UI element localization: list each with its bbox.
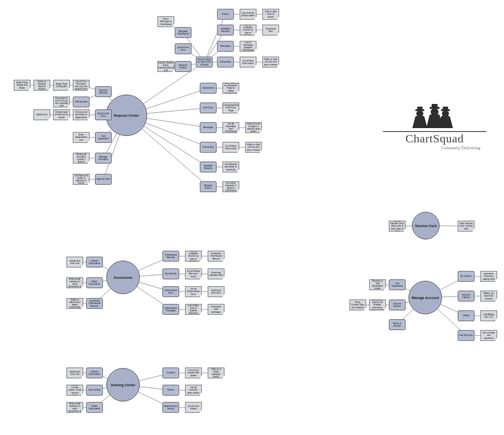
request-sorted-child-rr_accounting: Accounting: [217, 57, 234, 67]
svg-rect-100: [417, 106, 423, 110]
request-note-rn_if_prov: If provider is not in list you can manua…: [53, 97, 70, 107]
manage-out-mo_options-desc: username, timezone, paging style: [480, 271, 497, 282]
request-note-rn_upload_doc: Upload doc: [33, 109, 50, 120]
svg-rect-97: [432, 104, 438, 108]
request-in-ri_manage_providers: Manage Providers: [95, 153, 112, 164]
manage-out-mo_wallet-desc: Add Billing Info / CC: [480, 310, 497, 321]
sharing-out-so_contacts-desc: List of your contact with delete: [185, 368, 202, 378]
sharing-in-si_contact: Add Contact: [86, 385, 103, 396]
sharing-out-so_history: Share Access History: [162, 402, 179, 413]
request-note-rn_enter_dep: Enter Dependent's info: [73, 132, 90, 143]
sharing-out-so_contacts: Contacts: [162, 368, 179, 378]
documents-out-do_authpkg: Authorization Packages: [162, 304, 179, 315]
request-in-ri_submit_auth: Submit Auth Docs: [95, 109, 112, 120]
manage-out-mo_acct-desc: Billing, set auto-max amount: [480, 291, 497, 301]
documents-out-do_chtsq: ChartSquad Records: [162, 251, 179, 262]
request-out-rb_accounting: Accounting: [200, 142, 217, 153]
manage-in-note-min_add: Shortcut to 'Add Dependent' screen: [369, 279, 386, 290]
request-out-rb_accounting-extra: Ability to click into rec and pay or ref…: [245, 142, 262, 153]
request-note-rn_select_type: Select Type of Request: [53, 80, 70, 91]
request-note-rn_list_fees: List Fees and ability to approve or refu…: [73, 174, 90, 185]
request-sorted: Records Sent by type (CHQ vs Auth): [196, 57, 213, 67]
request-in-ri_add_dependent: Add Dependent: [95, 132, 112, 143]
documents-out-do_authdocs: Authorization Docs: [162, 286, 179, 297]
hub-manage: Manage Account: [409, 281, 442, 314]
request-in-ri_approve_fees: Approve Fees: [95, 174, 112, 185]
manage-in-mi_tos: Terms of Service: [389, 319, 406, 330]
manage-out-mo_fees-desc: Info on Fees and payments: [480, 330, 497, 341]
documents-in-di_upload: Upload Documents: [86, 257, 103, 268]
sharing-out-so_shares-desc: List all currently open shares: [185, 385, 202, 396]
documents-out-do_chtsq-desc: List all available records by type or pr…: [185, 251, 202, 262]
request-note-rn_add_prov_b: Add provider: [73, 97, 90, 107]
request-sorted-child-rr_actions-desc: List of all the actions taken: [240, 9, 256, 20]
documents-out-do_authdocs-extra: Download auth docs: [208, 286, 224, 297]
request-note-rn_active_pass: Active or Passive Record Access: [33, 80, 50, 91]
request-out-rb_available: Available Records: [200, 162, 217, 172]
hub-sharing: Sharing Center: [106, 368, 140, 402]
documents-out-do_uploads-extra: Download uploaded files: [208, 268, 224, 279]
manage-in-mi_add_dep: Add Dependent: [389, 279, 406, 290]
chartsquad-logo: ChartSquad Constantly Delivering: [383, 101, 486, 150]
sharing-out-so_history-desc: List all sent shares: [185, 402, 202, 413]
documents-out-do_authpkg-desc: List of files sent to (patient requests): [185, 304, 202, 315]
request-out-rb_accounting-desc: List all fees show status: [222, 142, 239, 153]
vaccine-view: View Vaccine Card: vaccine card: [458, 221, 474, 232]
request-out-rb_dependents-desc: Same options as 'Requests' Page for adde…: [222, 83, 239, 94]
request-out-rb_reqactions: Request Actions: [200, 181, 217, 192]
hub-documents: Documents: [106, 261, 140, 294]
sharing-in-note-sin_upload: upload doc note: info: [66, 368, 83, 378]
request-sorted-child-rr_avail-desc: List all available records by type or pr…: [240, 25, 256, 35]
request-sorted-note-rr_direct_msg: Direct Message to ChartSquad: [158, 16, 174, 27]
request-sorted-note-rr_msg_chtsq: Message ChartSquad: [175, 27, 191, 38]
request-out-rb_messages: Messages: [200, 122, 217, 133]
request-sorted-child-rr_actions: Actions: [217, 9, 234, 20]
sharing-out-so_shares: Shares: [162, 385, 179, 396]
request-out-rb_authdocs: Auth Docs: [200, 102, 217, 113]
documents-out-do_uploads: My Uploads: [162, 268, 179, 279]
request-note-rn_choose_prov: Choose your (provider) or dependents: [73, 109, 90, 120]
request-sorted-note-rr_req_actions: Request Actions: [175, 61, 191, 72]
documents-in-di_download: Download ChartSquad Records: [86, 298, 103, 309]
svg-rect-103: [443, 106, 448, 110]
request-sorted-child-rr_accounting-desc: List all fees show status: [240, 57, 256, 67]
documents-out-do_chtsq-extra: Download ChartSquad Record: [208, 251, 224, 262]
request-sorted-child-rr_avail-extra: Download files: [262, 25, 279, 35]
request-sorted-child-rr_messages: Messages: [217, 41, 234, 52]
request-sorted-note-rr_submit_auth: Submit Auth Docs: [175, 43, 191, 54]
request-sorted-child-rr_avail: Available Records: [217, 25, 234, 35]
request-out-rb_dependents: Dependents: [200, 83, 217, 94]
sharing-in-si_share: Share Documents: [86, 402, 103, 413]
manage-in-note-min_acct: Edit profile options (ID change, usernam…: [369, 300, 386, 310]
documents-in-di_share: Share Documents: [86, 277, 103, 288]
manage-out-mo_acct: Account Options: [458, 291, 474, 301]
manage-out-mo_fees: Fee Structure: [458, 330, 474, 341]
request-out-rb_reqactions-desc: List action requests to perform (old/fut…: [222, 181, 239, 192]
hub-request: Request Center: [106, 95, 147, 136]
manage-out-mo_wallet: Wallet: [458, 310, 474, 321]
documents-in-note-din_share: Enter email recipient to send documents …: [66, 277, 83, 288]
documents-in-note-din_upload: upload doc note: info: [66, 257, 83, 268]
documents-in-note-din_dl: Ability to select all or select individu…: [66, 298, 83, 309]
svg-line-25: [204, 14, 225, 62]
request-sorted-note-rr_cancel: Cancel, Enable, Active, share/download o…: [158, 61, 174, 72]
request-note-rn_choose_type: Choose type of auth doc to submit: [53, 109, 70, 120]
documents-out-do_uploads-desc: List all where files (non Auth): [185, 268, 202, 279]
request-note-rn_list_prov: List of Your Providers who you can reque…: [73, 80, 90, 91]
hub-vaccine: Vaccine Card: [412, 212, 440, 239]
request-sorted-child-rr_accounting-extra: Ability to click into rec and pay or ref…: [262, 57, 279, 67]
request-out-rb_messages-extra: Click-on to be brought to specific reply…: [245, 122, 262, 133]
manage-in-note-min_acct2: Alerts, Contact Type, Acc Deletion: [349, 300, 366, 310]
request-in-ri_request_records: Request Records: [95, 86, 112, 97]
manage-in-mi_acct: Account Actions: [389, 300, 406, 310]
request-sorted-child-rr_messages-desc: List of messages between ChartSquad: [240, 41, 256, 52]
sharing-out-so_contacts-extra: Click on to share selected doc(s): [208, 368, 224, 378]
request-sorted-child-rr_actions-extra: Click to take note on record: [262, 9, 279, 20]
request-out-rb_authdocs-desc: List/Upload/Add Auth Docs Page: [222, 102, 239, 113]
request-out-rb_available-desc: List Records and ability to download: [222, 162, 239, 172]
manage-out-mo_options: My Options: [458, 271, 474, 282]
request-note-rn_review_prov: Review all providers current / historic: [73, 153, 90, 164]
vaccine-upload: Upload Vaccine Card: take a pic of both …: [389, 221, 406, 232]
logo-name: ChartSquad: [383, 132, 486, 145]
sharing-in-si_upload: Upload Documents: [86, 368, 103, 378]
